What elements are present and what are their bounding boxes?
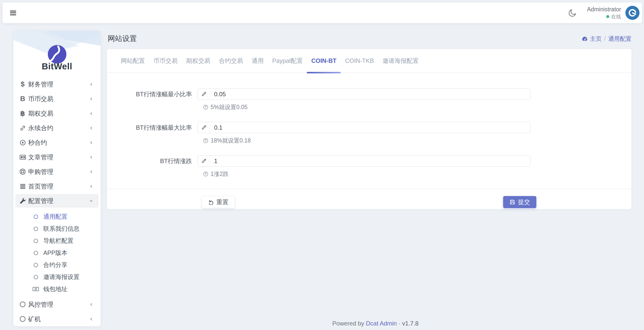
tab-general[interactable]: 通用	[247, 49, 268, 72]
chevron-down-icon	[89, 194, 93, 208]
sidebar-item-subscription[interactable]: 申购管理	[13, 164, 101, 179]
breadcrumb-separator: /	[604, 35, 606, 42]
tab-paypal-config[interactable]: Paypal配置	[268, 49, 307, 72]
sidebar-item-general-config[interactable]: 通用配置	[13, 211, 101, 223]
chevron-left-icon	[89, 121, 93, 135]
footer-dot: ·	[398, 320, 400, 327]
chevron-left-icon	[89, 135, 93, 150]
breadcrumb-current-link[interactable]: 通用配置	[608, 35, 631, 43]
pencil-icon	[198, 156, 210, 166]
pencil-icon	[198, 122, 210, 133]
field-label: BT行情涨跌	[107, 155, 197, 167]
powered-by-text: Powered by	[332, 320, 364, 327]
tab-coin-tkb[interactable]: COIN-TKB	[341, 49, 378, 72]
tab-website-config[interactable]: 网站配置	[116, 49, 149, 72]
link-icon	[18, 125, 27, 131]
chevron-left-icon	[89, 164, 93, 179]
breadcrumb: 主页 / 通用配置	[581, 35, 631, 43]
tab-invite-poster-config[interactable]: 邀请海报配置	[378, 49, 423, 72]
user-status: 在线	[587, 13, 621, 20]
page-footer: Powered by Dcat Admin · v1.7.8	[107, 320, 644, 327]
sidebar-item-navbar-config[interactable]: 导航栏配置	[13, 235, 101, 247]
field-help: 1涨2跌	[203, 170, 631, 178]
circle-icon	[32, 263, 39, 267]
gauge-icon	[581, 35, 588, 42]
circle-icon	[32, 214, 39, 219]
page-title: 网站设置	[108, 34, 137, 44]
sidebar-item-risk-control[interactable]: 风控管理	[13, 297, 101, 312]
list-bars-icon	[18, 183, 27, 190]
sidebar-item-second-contract[interactable]: 秒合约	[13, 135, 101, 150]
form-group-min-ratio: BT行情涨幅最小比率	[107, 88, 631, 111]
money-bill-icon	[32, 287, 39, 292]
field-help: 5%就设置0.05	[203, 103, 631, 111]
up-down-input-group	[197, 155, 530, 167]
chevron-left-icon	[89, 312, 93, 326]
sidebar-item-perpetual[interactable]: 永续合约	[13, 121, 101, 135]
sidebar-item-wallet-address[interactable]: 钱包地址	[13, 283, 101, 295]
wrench-icon	[18, 198, 27, 204]
sidebar-item-homepage[interactable]: 首页管理	[13, 179, 101, 194]
sidebar-item-app-version[interactable]: APP版本	[13, 247, 101, 259]
sidebar-item-options-trade[interactable]: ฿ 期权交易	[13, 106, 101, 121]
newspaper-icon	[18, 154, 27, 161]
field-label: BT行情涨幅最小比率	[107, 88, 197, 100]
tab-spot-trade[interactable]: 币币交易	[149, 49, 182, 72]
submit-button[interactable]: 提交	[503, 196, 536, 208]
min-ratio-input-group	[197, 88, 530, 100]
settings-tabs: 网站配置 币币交易 期权交易 合约交易 通用 Paypal配置 COIN-BT …	[107, 49, 631, 73]
sidebar: BitWell $ 财务管理 B 币币交易 ฿ 期权交易	[13, 31, 101, 326]
user-name: Administrator	[587, 6, 621, 13]
sidebar-item-config[interactable]: 配置管理	[13, 194, 101, 208]
bitcoin-icon: ฿	[18, 109, 27, 118]
circle-icon	[32, 251, 39, 255]
chevron-left-icon	[89, 77, 93, 91]
sidebar-menu: $ 财务管理 B 币币交易 ฿ 期权交易	[13, 77, 101, 326]
top-navbar: Administrator 在线	[3, 3, 642, 23]
circle-icon	[32, 226, 39, 231]
up-down-input[interactable]	[210, 156, 530, 166]
sidebar-item-mining[interactable]: 矿机	[13, 312, 101, 326]
sidebar-toggle-button[interactable]	[10, 10, 16, 16]
undo-icon	[208, 199, 214, 205]
tab-contract-trade[interactable]: 合约交易	[215, 49, 247, 72]
sidebar-item-articles[interactable]: 文章管理	[13, 150, 101, 164]
min-ratio-input[interactable]	[210, 89, 530, 100]
chevron-left-icon	[89, 150, 93, 164]
sidebar-item-finance[interactable]: $ 财务管理	[13, 77, 101, 91]
circle-icon	[32, 239, 39, 243]
max-ratio-input-group	[197, 122, 530, 133]
app-root: Administrator 在线	[0, 0, 644, 330]
pencil-icon	[198, 89, 210, 100]
sidebar-item-invite-poster[interactable]: 邀请海报设置	[13, 271, 101, 283]
circle-icon	[18, 301, 27, 307]
tab-coin-bt[interactable]: COIN-BT	[307, 49, 341, 72]
sidebar-item-contact-info[interactable]: 联系我们信息	[13, 223, 101, 235]
question-circle-icon	[203, 105, 208, 110]
reset-button[interactable]: 重置	[202, 196, 235, 208]
circle-dot-icon	[18, 139, 27, 146]
brand-name: BitWell	[13, 61, 101, 71]
coin-bt-form: BT行情涨幅最小比率	[107, 73, 631, 208]
dollar-icon: $	[18, 80, 27, 88]
field-label: BT行情涨幅最大比率	[107, 122, 197, 133]
moon-icon	[568, 9, 577, 17]
avatar[interactable]	[625, 6, 639, 20]
dcat-admin-link[interactable]: Dcat Admin	[366, 320, 397, 327]
tab-options-trade[interactable]: 期权交易	[182, 49, 215, 72]
life-ring-icon	[18, 168, 27, 175]
sidebar-item-contract-share[interactable]: 合约分享	[13, 259, 101, 271]
navbar-right: Administrator 在线	[568, 6, 639, 20]
breadcrumb-home-link[interactable]: 主页	[581, 35, 602, 43]
question-circle-icon	[203, 138, 208, 143]
dark-mode-toggle[interactable]	[568, 8, 578, 18]
config-submenu: 通用配置 联系我们信息 导航栏配置	[13, 208, 101, 297]
version-text: v1.7.8	[402, 320, 419, 327]
sidebar-item-spot-trade[interactable]: B 币币交易	[13, 91, 101, 106]
question-circle-icon	[203, 171, 208, 177]
max-ratio-input[interactable]	[210, 122, 530, 133]
power-icon	[627, 8, 637, 18]
circle-icon	[32, 275, 39, 279]
chevron-left-icon	[89, 106, 93, 121]
user-block[interactable]: Administrator 在线	[587, 6, 621, 20]
